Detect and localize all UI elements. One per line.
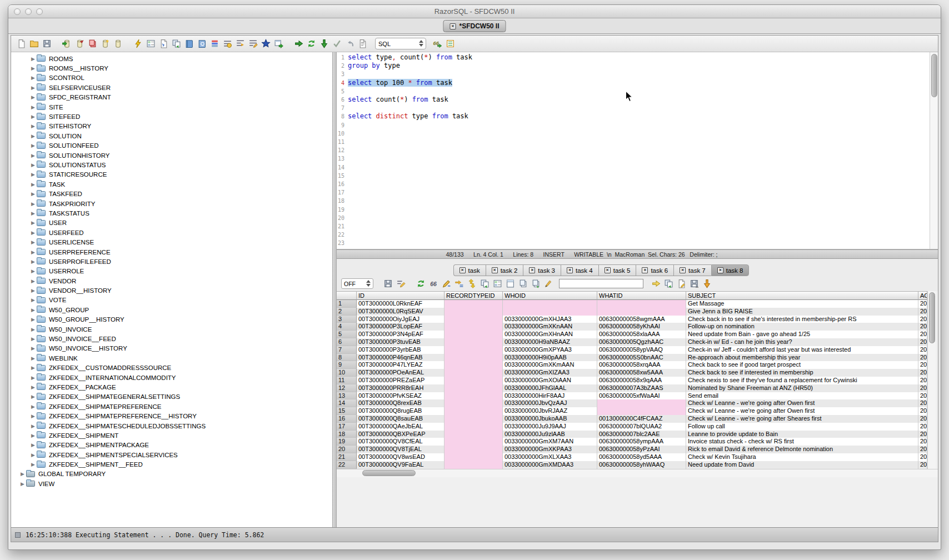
cell-whatid[interactable] (597, 300, 686, 308)
table-row[interactable]: 1200T3000000PRR8rEAH0033000000JFhGlAAL00… (337, 384, 927, 392)
commit-check-icon[interactable] (331, 38, 343, 50)
cell-ac[interactable]: 200 (918, 423, 927, 431)
table-row[interactable]: 500T3000000P3N4pEAF0033000000GmXHnAAN006… (337, 331, 927, 338)
window-titlebar[interactable]: RazorSQL - SFDCW50 II (8, 5, 941, 18)
cell-subject[interactable]: Follow up call (686, 423, 918, 431)
sidebar-item-solutionstatus[interactable]: ▶SOLUTIONSTATUS (11, 160, 332, 169)
row-number-cell[interactable]: 6 (337, 338, 357, 346)
disclosure-triangle-icon[interactable]: ▶ (29, 394, 37, 399)
sidebar-item-global-temporary[interactable]: ▶GLOBAL TEMPORARY (11, 469, 332, 479)
disclosure-triangle-icon[interactable]: ▶ (29, 249, 37, 255)
disclosure-triangle-icon[interactable]: ▶ (29, 191, 37, 197)
cell-recordtypeid[interactable] (444, 384, 503, 392)
row-number-cell[interactable]: 14 (337, 399, 357, 407)
cell-subject[interactable]: Check back in to see if she's interested… (686, 316, 918, 323)
sidebar-item-userrole[interactable]: ▶USERROLE (11, 267, 332, 276)
cell-ac[interactable]: 200 (918, 369, 927, 377)
rollback-undo-icon[interactable] (344, 38, 356, 50)
cell-recordtypeid[interactable] (444, 377, 503, 384)
cell-recordtypeid[interactable] (444, 361, 503, 369)
cell-subject[interactable]: Follow-up on nomination (686, 323, 918, 331)
cell-ac[interactable]: 200 (918, 399, 927, 407)
cell-recordtypeid[interactable] (444, 346, 503, 354)
disclosure-triangle-icon[interactable]: ▶ (29, 433, 37, 438)
table-hscroll-thumb[interactable] (362, 470, 416, 476)
cell-whatid[interactable]: 006300000058xw5AAA (597, 369, 686, 377)
sidebar-item-sitehistory[interactable]: ▶SITEHISTORY (11, 122, 332, 131)
disclosure-triangle-icon[interactable]: ▶ (29, 384, 37, 390)
cell-id[interactable]: 00T3000000QV8wsEAD (357, 453, 444, 461)
row-number-cell[interactable]: 13 (337, 392, 357, 400)
disconnect-export-icon[interactable] (74, 38, 86, 50)
disclosure-triangle-icon[interactable]: ▶ (29, 75, 37, 81)
document-tab[interactable]: × *SFDCW50 II (443, 20, 506, 32)
cell-id[interactable]: 00T3000000P3tuvEAB (357, 338, 444, 346)
cell-whatid[interactable]: 006300000058ympAAA (597, 438, 686, 446)
cell-recordtypeid[interactable] (444, 399, 503, 407)
refresh-schema-icon[interactable] (171, 38, 182, 50)
cell-whatid[interactable]: 006300000058yKhAAI (597, 323, 686, 331)
table-row[interactable]: 1600T3000000Q8sauEAB0033000000JbukoAAB00… (337, 415, 927, 423)
cell-ac[interactable]: 200 (918, 446, 927, 453)
cell-whatid[interactable] (597, 407, 686, 415)
row-number-cell[interactable]: 11 (337, 377, 357, 384)
sidebar-item-zkfedex-package[interactable]: ▶ZKFEDEX__PACKAGE (11, 382, 332, 392)
cell-whatid[interactable]: 00630000005S0bnAAC (597, 354, 686, 362)
column-header-whatid[interactable]: WHATID (597, 291, 686, 300)
cell-whoid[interactable]: 0033000000GmXMDAA3 (503, 461, 597, 469)
sidebar-item-user[interactable]: ▶USER (11, 218, 332, 228)
table-row[interactable]: 1100T3000000PREZaEAP0033000000GmXOiAAN00… (337, 377, 927, 384)
row-number-cell[interactable]: 16 (337, 415, 357, 423)
table-row[interactable]: 1500T3000000Q8rugEAB0033000000JbvRJAAZCh… (337, 407, 927, 415)
disclosure-triangle-icon[interactable]: ▶ (29, 133, 37, 139)
disclosure-triangle-icon[interactable]: ▶ (19, 471, 26, 477)
sidebar-item-taskstatus[interactable]: ▶TASKSTATUS (11, 208, 332, 218)
column-header-recordtypeid[interactable]: RECORDTYPEID (444, 291, 503, 300)
cell-whatid[interactable] (597, 399, 686, 407)
sidebar-item-w50-invoice[interactable]: ▶W50_INVOICE (11, 324, 332, 334)
disclosure-triangle-icon[interactable]: ▶ (29, 56, 37, 62)
sidebar-item-scontrol[interactable]: ▶SCONTROL (11, 73, 332, 83)
table-row[interactable]: 900T3000000P47LYEAZ0033000000GmXKmAAN006… (337, 361, 927, 369)
disclosure-triangle-icon[interactable]: ▶ (29, 268, 37, 274)
disclosure-triangle-icon[interactable]: ▶ (29, 123, 37, 129)
sidebar-item-solution[interactable]: ▶SOLUTION (11, 131, 332, 141)
cell-id[interactable]: 00T3000000QBXPeEAP (357, 431, 444, 438)
cell-ac[interactable]: 200 (918, 354, 927, 362)
cell-subject[interactable]: Check w/ Kevin Tsujihara (686, 453, 918, 461)
table-row[interactable]: 700T3000000P3yrbEAB0033000000GmXPYAA3006… (337, 346, 927, 354)
row-number-cell[interactable]: 18 (337, 431, 357, 438)
cell-recordtypeid[interactable] (444, 354, 503, 362)
cell-whoid[interactable]: 0033000000JFhGlAAL (503, 384, 597, 392)
sidebar-item-rooms[interactable]: ▶ROOMS (11, 54, 332, 63)
row-number-cell[interactable]: 4 (337, 323, 357, 331)
sidebar-item-userlicense[interactable]: ▶USERLICENSE (11, 237, 332, 247)
cell-id[interactable]: 00T3000000L0RknEAF (357, 300, 444, 308)
disclosure-triangle-icon[interactable]: ▶ (29, 66, 37, 71)
copy-table-icon[interactable] (87, 38, 98, 50)
cell-whatid[interactable]: 006300000058ypVAAQ (597, 346, 686, 354)
cell-recordtypeid[interactable] (444, 461, 503, 469)
cell-ac[interactable]: 200 (918, 316, 927, 323)
reload-table-icon[interactable] (479, 278, 491, 290)
result-tab-task-4[interactable]: ×task 4 (561, 264, 598, 276)
column-header-subject[interactable]: SUBJECT (686, 291, 918, 300)
cell-recordtypeid[interactable] (444, 338, 503, 346)
cell-id[interactable]: 00T3000000P3yrbEAB (357, 346, 444, 354)
execute-script-icon[interactable] (158, 38, 169, 50)
favorites-star-icon[interactable] (260, 38, 272, 50)
cell-whoid[interactable]: 0033000000GmXIZAA3 (503, 369, 597, 377)
sidebar-item-sfdc-registrant[interactable]: ▶SFDC_REGISTRANT (11, 93, 332, 102)
cell-whoid[interactable]: 0033000000GmXM7AAN (503, 438, 597, 446)
sidebar-item-vote[interactable]: ▶VOTE (11, 296, 332, 305)
cell-whoid[interactable]: 0033000000GmXHnAAN (503, 331, 597, 338)
row-number-cell[interactable]: 2 (337, 308, 357, 316)
cell-whoid[interactable]: 0033000000GmXOiAAN (503, 377, 597, 384)
sidebar-item-selfserviceuser[interactable]: ▶SELFSERVICEUSER (11, 83, 332, 92)
cell-recordtypeid[interactable] (444, 308, 503, 316)
result-tab-task-7[interactable]: ×task 7 (673, 264, 711, 276)
cell-whatid[interactable]: 00630000007blc2AAE (597, 431, 686, 438)
cell-subject[interactable]: Send email (686, 392, 918, 400)
cell-id[interactable]: 00T3000000P47LYEAZ (357, 361, 444, 369)
row-number-cell[interactable]: 17 (337, 423, 357, 431)
